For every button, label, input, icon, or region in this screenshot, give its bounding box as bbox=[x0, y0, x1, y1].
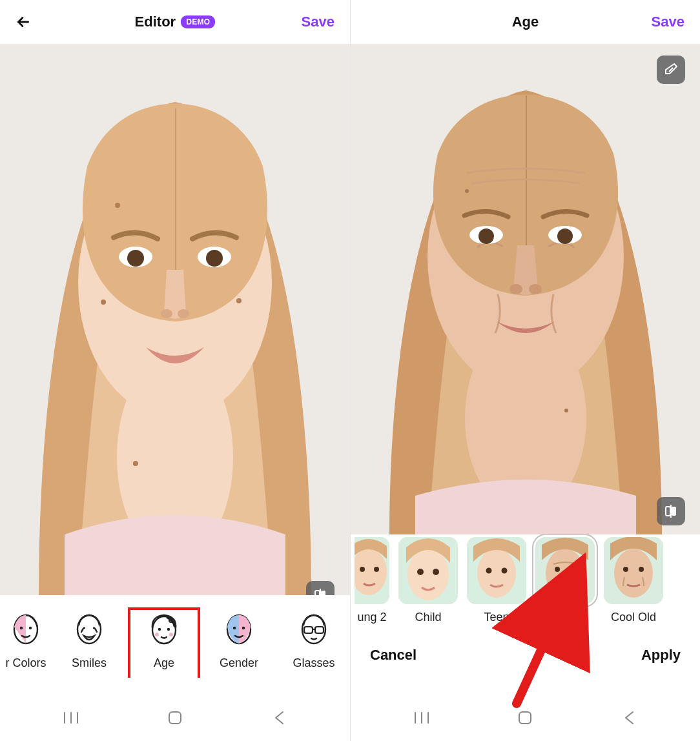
svg-point-45 bbox=[557, 228, 573, 244]
svg-point-29 bbox=[242, 626, 245, 629]
svg-point-10 bbox=[101, 299, 106, 305]
filter-teen[interactable]: Teen bbox=[467, 537, 526, 624]
svg-point-21 bbox=[152, 616, 176, 644]
category-gender[interactable]: Gender bbox=[201, 611, 276, 670]
editor-title: Editor bbox=[135, 14, 176, 30]
android-navbar bbox=[351, 695, 700, 741]
face-glasses-icon bbox=[296, 611, 332, 647]
age-pane: Age Save bbox=[350, 0, 700, 741]
nav-back-icon[interactable] bbox=[266, 705, 292, 731]
svg-point-47 bbox=[529, 284, 542, 294]
editor-pane: Editor DEMO Save bbox=[0, 0, 350, 741]
filter-label: Teen bbox=[484, 611, 509, 624]
compare-icon bbox=[313, 587, 328, 595]
svg-point-67 bbox=[555, 567, 560, 572]
svg-rect-51 bbox=[672, 507, 676, 516]
filter-thumb bbox=[467, 537, 526, 604]
svg-point-9 bbox=[178, 309, 189, 318]
category-row[interactable]: r Colors Smiles Age Gender bbox=[0, 595, 350, 678]
category-age[interactable]: Age bbox=[127, 611, 201, 670]
svg-point-64 bbox=[502, 568, 508, 574]
category-label: Smiles bbox=[72, 656, 107, 670]
cancel-button[interactable]: Cancel bbox=[370, 647, 417, 664]
category-smiles[interactable]: Smiles bbox=[52, 611, 127, 670]
face-smile-icon bbox=[71, 611, 107, 647]
svg-rect-32 bbox=[315, 627, 324, 633]
svg-point-63 bbox=[486, 568, 492, 574]
save-button[interactable]: Save bbox=[652, 14, 685, 30]
eraser-icon bbox=[663, 62, 679, 77]
svg-point-7 bbox=[206, 250, 223, 267]
svg-point-59 bbox=[417, 569, 424, 575]
category-label: Glasses bbox=[293, 656, 335, 670]
nav-home-icon[interactable] bbox=[512, 705, 538, 731]
svg-point-72 bbox=[639, 567, 644, 572]
svg-point-49 bbox=[564, 409, 568, 412]
svg-point-6 bbox=[127, 250, 144, 267]
svg-point-70 bbox=[614, 549, 653, 598]
age-action-row: Cancel Apply bbox=[351, 634, 700, 676]
compare-button[interactable] bbox=[657, 497, 685, 525]
svg-rect-31 bbox=[304, 627, 313, 633]
svg-point-68 bbox=[570, 567, 575, 572]
svg-point-62 bbox=[477, 549, 516, 598]
filter-old[interactable]: Old bbox=[535, 537, 595, 624]
category-glasses[interactable]: Glasses bbox=[276, 611, 350, 670]
filter-thumb bbox=[398, 537, 458, 604]
svg-rect-15 bbox=[321, 591, 325, 595]
svg-point-66 bbox=[546, 549, 584, 598]
filter-thumb bbox=[535, 537, 595, 604]
portrait-original bbox=[0, 44, 350, 595]
svg-point-24 bbox=[167, 627, 170, 630]
category-label: Age bbox=[154, 656, 174, 670]
age-image-area bbox=[351, 44, 700, 534]
nav-back-icon[interactable] bbox=[616, 705, 642, 731]
android-navbar bbox=[0, 695, 350, 741]
svg-rect-37 bbox=[169, 712, 181, 724]
svg-point-56 bbox=[374, 567, 379, 572]
svg-point-26 bbox=[169, 633, 173, 636]
compare-button[interactable] bbox=[306, 581, 335, 595]
eraser-button[interactable] bbox=[657, 56, 685, 84]
svg-point-12 bbox=[115, 203, 120, 208]
face-age-icon bbox=[146, 611, 182, 647]
nav-home-icon[interactable] bbox=[162, 705, 188, 731]
svg-point-28 bbox=[233, 626, 236, 629]
category-label: Gender bbox=[220, 656, 258, 670]
filter-thumb bbox=[604, 537, 663, 604]
age-header: Age Save bbox=[351, 0, 700, 44]
svg-rect-50 bbox=[666, 507, 670, 516]
svg-point-71 bbox=[623, 567, 628, 572]
filter-label: Old bbox=[555, 611, 575, 624]
editor-header: Editor DEMO Save bbox=[0, 0, 350, 44]
editor-image-area bbox=[0, 44, 350, 595]
save-button[interactable]: Save bbox=[302, 14, 335, 30]
svg-point-44 bbox=[479, 228, 494, 244]
svg-point-8 bbox=[161, 309, 172, 318]
age-filter-row[interactable]: ung 2 Child Teen Old bbox=[351, 534, 700, 634]
age-title: Age bbox=[512, 14, 539, 30]
back-button[interactable] bbox=[13, 12, 34, 32]
svg-rect-76 bbox=[519, 712, 531, 724]
svg-point-13 bbox=[133, 461, 138, 466]
svg-point-48 bbox=[465, 189, 469, 193]
category-colors[interactable]: r Colors bbox=[0, 611, 52, 670]
back-arrow-icon bbox=[15, 14, 32, 30]
svg-point-60 bbox=[433, 569, 439, 575]
face-colors-icon bbox=[8, 611, 44, 647]
svg-point-55 bbox=[360, 567, 365, 572]
nav-recents-icon[interactable] bbox=[409, 705, 435, 731]
demo-badge: DEMO bbox=[181, 15, 215, 28]
svg-point-23 bbox=[158, 627, 161, 630]
apply-button[interactable]: Apply bbox=[641, 647, 681, 664]
svg-point-18 bbox=[20, 626, 23, 629]
filter-young2[interactable]: ung 2 bbox=[355, 537, 389, 624]
compare-icon bbox=[663, 503, 679, 519]
filter-thumb bbox=[355, 537, 389, 604]
filter-child[interactable]: Child bbox=[398, 537, 458, 624]
nav-recents-icon[interactable] bbox=[58, 705, 84, 731]
filter-cool-old[interactable]: Cool Old bbox=[604, 537, 663, 624]
face-gender-icon bbox=[221, 611, 257, 647]
svg-point-58 bbox=[407, 549, 449, 600]
svg-rect-14 bbox=[315, 591, 320, 595]
